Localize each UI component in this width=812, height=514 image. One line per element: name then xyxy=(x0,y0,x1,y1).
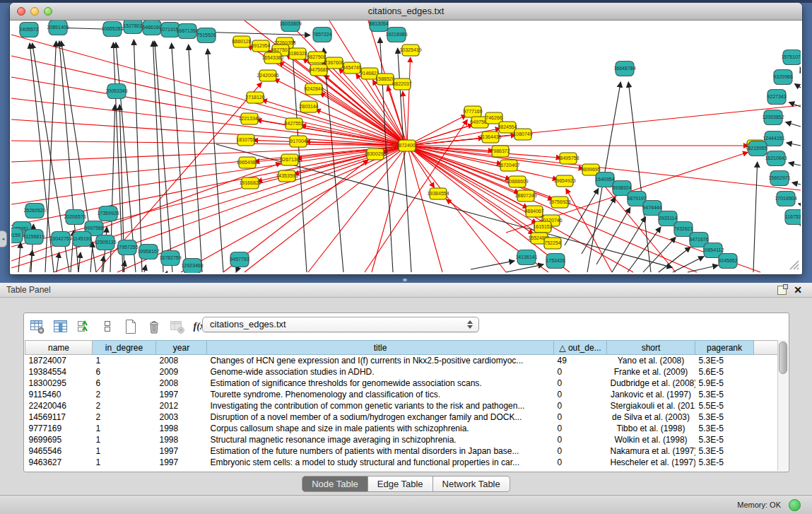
table-cell[interactable]: 9115460 xyxy=(25,389,93,400)
graph-edge[interactable] xyxy=(792,182,801,185)
table-cell[interactable] xyxy=(754,411,778,423)
table-cell[interactable]: Dudbridge et al. (2008) xyxy=(607,378,695,389)
graph-node[interactable]: 1167533 xyxy=(785,210,801,225)
table-cell[interactable]: 9463627 xyxy=(25,457,93,468)
graph-node[interactable]: 16671358 xyxy=(176,24,198,39)
graph-edge[interactable] xyxy=(688,265,718,272)
graph-node[interactable]: 19654923 xyxy=(553,175,575,187)
table-cell[interactable]: de Silva et al. (2003) xyxy=(607,411,695,423)
table-cell[interactable]: 1997 xyxy=(156,445,207,457)
graph-node[interactable]: 8427552 xyxy=(284,118,303,129)
table-cell[interactable] xyxy=(754,366,778,378)
column-header-year[interactable]: year xyxy=(156,341,207,355)
table-cell[interactable]: 2008 xyxy=(156,355,207,367)
graph-edge[interactable] xyxy=(208,49,223,272)
table-cell[interactable]: 14569117 xyxy=(25,411,93,423)
table-cell[interactable] xyxy=(754,423,778,434)
graph-edge[interactable] xyxy=(407,146,534,234)
graph-edge[interactable] xyxy=(57,252,59,272)
delete-table-button-disabled[interactable] xyxy=(168,317,187,336)
graph-node[interactable]: 1810755 xyxy=(236,134,255,146)
table-row[interactable]: 2242004622012Investigating the contribut… xyxy=(25,400,778,411)
graph-edge[interactable] xyxy=(800,67,801,69)
select-rows-button[interactable] xyxy=(75,317,93,336)
table-cell[interactable]: 0 xyxy=(554,366,607,378)
graph-node[interactable]: 19654983 xyxy=(236,157,258,168)
graph-edge[interactable] xyxy=(245,146,407,272)
table-cell[interactable]: 5.5E-5 xyxy=(695,400,754,411)
row-height-button[interactable] xyxy=(98,317,117,336)
table-cell[interactable]: 2008 xyxy=(156,378,207,389)
tab-network-table[interactable]: Network Table xyxy=(433,476,510,492)
table-cell[interactable]: Genome-wide association studies in ADHD. xyxy=(207,366,554,378)
table-cell[interactable]: 0 xyxy=(554,423,607,434)
table-selector-dropdown[interactable]: citations_edges.txt xyxy=(202,317,479,332)
graph-edge[interactable] xyxy=(787,143,801,146)
column-header-name[interactable]: name xyxy=(25,341,93,355)
graph-node[interactable]: 11156819 xyxy=(23,230,45,245)
graph-node[interactable]: 12213349 xyxy=(238,113,260,124)
graph-node[interactable]: 9475685 xyxy=(309,64,328,76)
graph-node[interactable]: 14136141 xyxy=(515,250,537,265)
memory-status-indicator[interactable] xyxy=(789,499,801,511)
table-cell[interactable] xyxy=(754,378,778,389)
table-cell[interactable]: 5.3E-5 xyxy=(695,445,754,457)
graph-edge[interactable] xyxy=(134,40,142,272)
graph-node[interactable]: 16543382 xyxy=(261,52,283,64)
graph-node[interactable]: 2718120 xyxy=(245,92,264,103)
column-header-pagerank[interactable]: pagerank xyxy=(695,341,754,355)
graph-node[interactable]: 1527802 xyxy=(123,21,142,34)
graph-node[interactable]: 16720407 xyxy=(498,160,519,171)
graph-node[interactable]: 8822037 xyxy=(392,78,411,90)
graph-edge[interactable] xyxy=(799,204,801,204)
select-columns-button[interactable] xyxy=(52,317,70,336)
table-cell[interactable]: 0 xyxy=(554,389,607,400)
graph-edge[interactable] xyxy=(596,208,630,264)
graph-node[interactable]: 17359928 xyxy=(97,206,119,221)
table-cell[interactable]: 5.6E-5 xyxy=(695,366,754,378)
table-cell[interactable]: 5.9E-5 xyxy=(695,378,754,389)
graph-node[interactable]: 7986372 xyxy=(490,146,510,157)
graph-node[interactable]: 16648784 xyxy=(613,62,635,76)
graph-node[interactable]: 18724007 xyxy=(396,140,418,151)
graph-node[interactable]: 39159 xyxy=(11,228,23,243)
table-cell[interactable]: 1998 xyxy=(156,434,207,445)
table-cell[interactable]: 6 xyxy=(93,366,156,378)
table-cell[interactable] xyxy=(754,389,778,400)
table-cell[interactable]: Investigating the contribution of common… xyxy=(207,400,554,411)
table-cell[interactable]: Estimation of significance thresholds fo… xyxy=(207,378,554,389)
table-cell[interactable]: 22420046 xyxy=(25,400,93,411)
table-cell[interactable]: 0 xyxy=(554,457,607,468)
graph-node[interactable]: 12093852 xyxy=(762,110,784,125)
graph-node[interactable]: 1753426 xyxy=(546,254,565,269)
graph-edge[interactable] xyxy=(387,86,407,146)
table-cell[interactable]: Changes of HCN gene expression and I(f) … xyxy=(207,355,554,367)
table-cell[interactable]: 2012 xyxy=(156,400,207,411)
scrollbar-thumb[interactable] xyxy=(779,341,787,374)
table-settings-button[interactable] xyxy=(28,317,47,336)
graph-node[interactable]: 8454749 xyxy=(342,62,361,74)
table-cell[interactable]: Structural magnetic resonance image aver… xyxy=(207,434,554,445)
graph-edge[interactable] xyxy=(172,43,187,272)
table-cell[interactable] xyxy=(754,355,778,367)
table-cell[interactable] xyxy=(754,434,778,445)
graph-node[interactable]: 2405572 xyxy=(19,23,38,37)
table-cell[interactable]: 19384554 xyxy=(25,366,93,378)
graph-node[interactable]: 8912954 xyxy=(251,40,270,52)
table-cell[interactable]: 2 xyxy=(93,400,156,411)
graph-node[interactable]: 8267130 xyxy=(280,154,299,165)
table-row[interactable]: 911546021997Tourette syndrome. Phenomeno… xyxy=(25,389,778,400)
column-header-out_de...[interactable]: △ out_de... xyxy=(554,341,607,355)
graph-node[interactable]: 18495758 xyxy=(557,153,579,164)
graph-edge[interactable] xyxy=(506,264,543,272)
table-cell[interactable]: 2 xyxy=(93,389,156,400)
graph-node[interactable]: 15751074 xyxy=(781,50,801,65)
graph-node[interactable]: 9457793 xyxy=(230,252,249,267)
graph-node[interactable]: 17957255 xyxy=(116,240,138,255)
table-cell[interactable]: Tibbo et al. (1998) xyxy=(607,423,695,434)
graph-node[interactable]: 9777169 xyxy=(463,106,482,117)
graph-node[interactable]: 20206576 xyxy=(64,210,86,225)
table-cell[interactable]: 5.3E-5 xyxy=(695,389,754,400)
table-cell[interactable]: Tourette syndrome. Phenomenology and cla… xyxy=(207,389,554,400)
splitter-grip[interactable] xyxy=(403,279,407,281)
